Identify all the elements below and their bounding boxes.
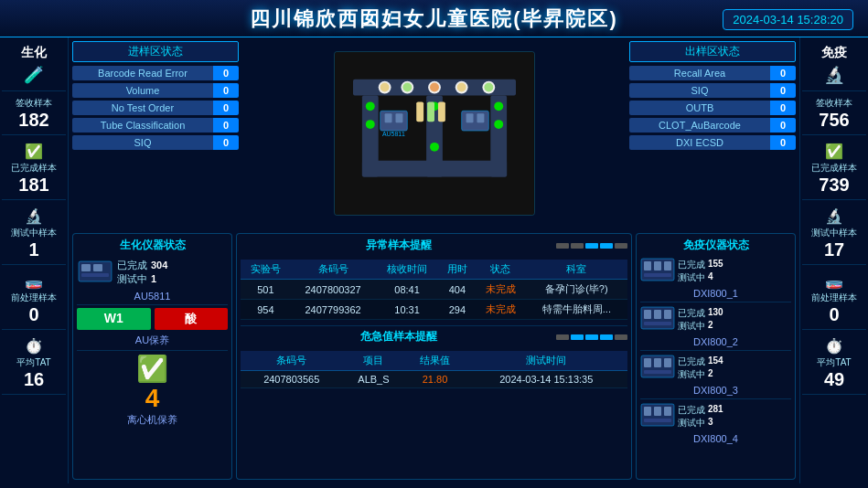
inlet-panel-title: 进样区状态 [72,41,239,62]
ccell-value-0: 21.80 [404,371,465,388]
cell-duration-1: 294 [439,300,476,320]
dxi1-row: 已完成 155 测试中 4 [640,257,791,285]
svg-point-21 [494,120,503,129]
au5811-stats: 已完成 304 测试中 1 [117,259,228,286]
inlet-row-4: SIQ 0 [72,135,239,150]
dxi4-stats: 已完成 281 测试中 3 [678,404,791,430]
conveyor-display: AU5811 [334,51,535,216]
dxi1-name: DXI800_1 [640,288,791,299]
immune-received: 签收样本 756 [802,93,866,135]
outlet-name-0: Recall Area [629,66,770,80]
critical-title: 危急值样本提醒 [241,329,556,345]
bar-seg-0 [556,243,569,249]
flask-icon: 🔬 [25,207,43,225]
ccell-barcode-0: 2407803565 [241,371,342,388]
svg-point-7 [380,83,389,92]
inlet-row-0: Barcode Read Error 0 [72,66,239,80]
dxi3-completed: 154 [708,355,723,368]
svg-rect-23 [384,113,391,122]
svg-rect-27 [466,113,473,122]
table-row: 954 2407799362 10:31 294 未完成 特需牛胎料周... [241,300,627,320]
outlet-val-0: 0 [770,66,796,80]
svg-rect-37 [644,261,651,271]
au5811-completed-label: 已完成 [117,259,147,272]
inlet-val-3: 0 [213,118,239,133]
cell-status-1: 未完成 [476,300,526,320]
immune-preprocess-number: 0 [829,304,839,325]
svg-rect-34 [93,264,102,271]
col-exp: 实验号 [241,260,291,280]
svg-rect-35 [81,273,109,277]
inlet-name-0: Barcode Read Error [72,66,213,80]
immune-preprocess-label: 前处理样本 [811,292,857,304]
bio-completed-label: 已完成样本 [11,162,57,175]
table-row: 501 2407800327 08:41 404 未完成 备孕门诊(毕?) [241,280,627,300]
svg-rect-43 [654,310,661,319]
inlet-val-4: 0 [213,135,239,150]
immune-completed-label: 已完成样本 [811,162,857,175]
left-sidebar: 生化 🧪 签收样本 182 ✅ 已完成样本 181 🔬 测试中样本 1 🧫 前处… [0,37,69,483]
critical-table: 条码号 项目 结果值 测试时间 2407803565 ALB_S 21.80 2… [241,351,627,388]
bio-label-section: 生化 🧪 [2,41,66,91]
outlet-name-3: CLOT_AuBarcode [629,118,770,133]
bar-seg-4 [615,243,627,249]
col-barcode: 条码号 [291,260,376,280]
icheck-icon: ✅ [825,143,843,160]
clock-icon: ⏱️ [25,337,43,355]
cell-dept-1: 特需牛胎料周... [526,300,627,320]
bio-preprocess: 🧫 前处理样本 0 [2,267,66,330]
svg-text:AU5811: AU5811 [382,131,405,137]
iclock-icon: ⏱️ [825,337,843,355]
abnormal-alert-bar [556,243,627,249]
cell-exp-0: 501 [241,280,291,300]
svg-rect-33 [81,264,91,271]
bio-completed-number: 181 [18,175,48,196]
bio-tat-label: 平均TAT [16,356,50,369]
svg-rect-53 [654,407,661,416]
abnormal-title-row: 异常样本提醒 [241,238,627,257]
cell-time-0: 08:41 [375,280,439,300]
cell-exp-1: 954 [241,300,291,320]
check-circle-icon: ✅ [136,354,168,384]
tube-icon: 🧫 [25,272,43,290]
immune-instrument-panel: 免疫仪器状态 已完成 [636,233,796,480]
dxi4-icon [640,402,675,430]
au5811-row: 已完成 304 测试中 1 [77,257,228,287]
col-status: 状态 [476,260,526,280]
immune-completed-number: 739 [819,175,849,196]
svg-rect-45 [644,322,671,325]
outlet-val-2: 0 [770,101,796,115]
inlet-name-4: SIQ [72,135,213,150]
bio-preprocess-number: 0 [28,304,38,325]
inlet-row-1: Volume 0 [72,83,239,98]
cell-status-0: 未完成 [476,280,526,300]
ccol-value: 结果值 [404,351,465,371]
bar-seg-1 [571,243,584,249]
svg-point-19 [430,143,439,152]
centrifuge-label: 离心机保养 [77,413,228,427]
col-time: 核收时间 [375,260,439,280]
svg-rect-31 [437,101,445,122]
immune-tat-label: 平均TAT [817,356,851,369]
bio-instrument-panel: 生化仪器状态 已完成 304 [72,233,232,480]
svg-rect-24 [395,113,402,122]
svg-point-16 [365,101,374,111]
svg-rect-28 [477,113,484,122]
svg-rect-44 [664,310,671,319]
itube-icon: 🧫 [825,272,843,290]
w1-acid-row: W1 酸 [77,308,228,330]
cell-duration-0: 404 [439,280,476,300]
immune-label-section: 免疫 🔬 [802,41,866,91]
dxi3-row: 已完成 154 测试中 2 [640,354,791,382]
col-dept: 科室 [526,260,627,280]
svg-rect-55 [644,419,671,422]
svg-rect-22 [380,111,407,131]
bio-received-label: 签收样本 [16,97,52,110]
dxi2-icon [640,305,675,334]
au5811-completed-val: 304 [151,260,167,271]
cell-time-1: 10:31 [375,300,439,320]
ccol-barcode: 条码号 [241,351,342,371]
dxi2-name: DXI800_2 [640,336,791,347]
ccell-item-0: ALB_S [342,371,404,388]
au5811-testing-val: 1 [151,273,156,284]
